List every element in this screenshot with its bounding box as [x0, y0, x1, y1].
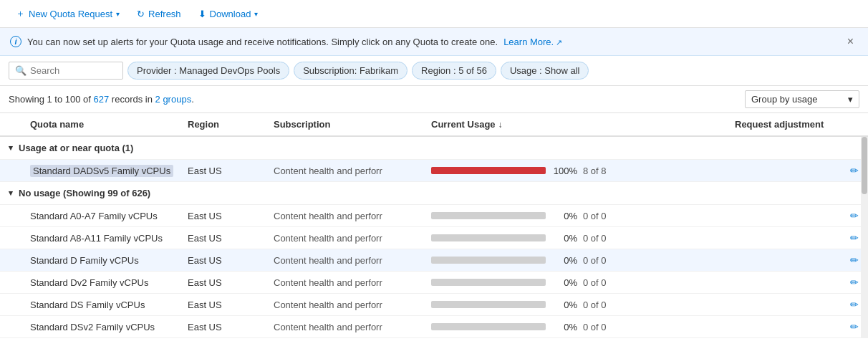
toolbar: ＋ New Quota Request ▾ ↻ Refresh ⬇ Downlo…	[0, 0, 868, 28]
usage-label: Usage : Show all	[510, 65, 580, 76]
usage-count: 0 of 0	[583, 255, 619, 266]
quota-name: Standard A0-A7 Family vCPUs	[30, 211, 158, 221]
usage-percent: 0%	[551, 255, 577, 266]
table-row[interactable]: Standard DSv2 Family vCPUs East US Conte…	[0, 316, 868, 338]
subscription-label: Subscription: Fabrikam	[303, 65, 398, 76]
col-quota-name[interactable]: Quota name	[30, 119, 188, 130]
usage-percent: 100%	[551, 166, 577, 176]
usage-bar-fill	[431, 167, 546, 174]
table-header: Quota name Region Subscription Current U…	[0, 113, 868, 137]
usage-bar-cell: 0% 0 of 0	[431, 211, 735, 221]
chevron-down-icon: ▾	[116, 10, 120, 18]
subscription-cell: Content health and perforr	[274, 211, 431, 221]
table-row[interactable]: Standard DADSv5 Family vCPUs East US Con…	[0, 160, 868, 182]
usage-percent: 0%	[551, 322, 577, 332]
region-cell: East US	[188, 233, 274, 244]
region-cell: East US	[188, 277, 274, 288]
edit-icon[interactable]: ✏	[849, 254, 859, 266]
region-cell: East US	[188, 211, 274, 221]
col-expand	[9, 119, 30, 130]
col-region[interactable]: Region	[188, 119, 274, 130]
quota-name: Standard DS Family vCPUs	[30, 300, 145, 310]
usage-count: 0 of 0	[583, 277, 619, 288]
edit-icon[interactable]: ✏	[849, 299, 859, 310]
edit-icon-cell: ✏	[849, 254, 859, 266]
new-quota-request-button[interactable]: ＋ New Quota Request ▾	[9, 4, 127, 23]
subscription-cell: Content health and perforr	[274, 322, 431, 332]
col-request-adjustment: Request adjustment	[735, 119, 849, 130]
quota-name: Standard DSv2 Family vCPUs	[30, 322, 155, 332]
quota-name: Standard A8-A11 Family vCPUs	[30, 233, 163, 244]
table-row[interactable]: Standard Dv2 Family vCPUs East US Conten…	[0, 272, 868, 294]
info-icon: i	[10, 36, 21, 47]
provider-label: Provider : Managed DevOps Pools	[137, 65, 280, 76]
table-row[interactable]: Standard A0-A7 Family vCPUs East US Cont…	[0, 205, 868, 227]
sort-icon: ↓	[498, 120, 503, 130]
records-groups: 2 groups	[155, 94, 192, 105]
usage-bar-track	[431, 212, 546, 219]
provider-filter[interactable]: Provider : Managed DevOps Pools	[127, 62, 289, 80]
edit-icon[interactable]: ✏	[849, 165, 859, 176]
table-row[interactable]: Standard DS Family vCPUs East US Content…	[0, 294, 868, 316]
edit-icon-cell: ✏	[849, 277, 859, 288]
group-collapse-icon: ▾	[9, 143, 13, 153]
refresh-button[interactable]: ↻ Refresh	[130, 6, 188, 22]
usage-percent: 0%	[551, 277, 577, 288]
alert-dismiss-button[interactable]: ×	[843, 34, 858, 49]
usage-bar-track	[431, 167, 546, 174]
usage-count: 0 of 0	[583, 322, 619, 332]
search-input[interactable]	[30, 65, 116, 76]
edit-icon[interactable]: ✏	[849, 210, 859, 221]
quota-name-highlighted: Standard DADSv5 Family vCPUs	[30, 165, 173, 177]
subscription-cell: Content health and perforr	[274, 233, 431, 244]
edit-icon[interactable]: ✏	[849, 232, 859, 244]
edit-icon-cell: ✏	[849, 210, 859, 221]
table-body: ▾ Usage at or near quota (1) Standard DA…	[0, 137, 868, 338]
region-cell: East US	[188, 322, 274, 332]
refresh-icon: ↻	[137, 9, 145, 19]
usage-bar-cell: 0% 0 of 0	[431, 322, 735, 332]
group-header-no-usage[interactable]: ▾ No usage (Showing 99 of 626)	[0, 182, 868, 205]
edit-icon-cell: ✏	[849, 321, 859, 332]
col-subscription[interactable]: Subscription	[274, 119, 431, 130]
usage-percent: 0%	[551, 233, 577, 244]
records-count: Showing 1 to 100 of 627 records in 2 gro…	[9, 94, 194, 105]
group-label: No usage (Showing 99 of 626)	[19, 188, 150, 198]
usage-bar-track	[431, 301, 546, 308]
group-dropdown[interactable]: Group by usage ▾	[745, 90, 859, 108]
subscription-cell: Content health and perforr	[274, 255, 431, 266]
edit-icon-cell: ✏	[849, 165, 859, 176]
subscription-filter[interactable]: Subscription: Fabrikam	[294, 62, 408, 80]
learn-more-link[interactable]: Learn More.	[503, 37, 562, 47]
table-row[interactable]: Standard A8-A11 Family vCPUs East US Con…	[0, 227, 868, 249]
edit-icon[interactable]: ✏	[849, 321, 859, 332]
usage-bar-track	[431, 323, 546, 330]
search-icon: 🔍	[15, 65, 26, 76]
region-filter[interactable]: Region : 5 of 56	[412, 62, 496, 80]
edit-icon-cell: ✏	[849, 299, 859, 310]
quota-name-cell: Standard Dv2 Family vCPUs	[30, 277, 188, 288]
search-box[interactable]: 🔍	[9, 62, 123, 80]
usage-filter[interactable]: Usage : Show all	[501, 62, 589, 80]
usage-count: 0 of 0	[583, 211, 619, 221]
region-cell: East US	[188, 166, 274, 176]
usage-percent: 0%	[551, 300, 577, 310]
edit-icon[interactable]: ✏	[849, 277, 859, 288]
subscription-cell: Content health and perforr	[274, 277, 431, 288]
plus-icon: ＋	[16, 7, 25, 20]
usage-count: 0 of 0	[583, 233, 619, 244]
col-scrollbar-spacer	[849, 119, 859, 130]
usage-percent: 0%	[551, 211, 577, 221]
alert-message: You can now set up alerts for your Quota…	[27, 37, 498, 47]
region-cell: East US	[188, 255, 274, 266]
col-current-usage[interactable]: Current Usage ↓	[431, 119, 735, 130]
records-bar: Showing 1 to 100 of 627 records in 2 gro…	[0, 86, 868, 113]
scrollbar-thumb[interactable]	[862, 137, 867, 194]
download-button[interactable]: ⬇ Download ▾	[191, 6, 266, 22]
scrollbar-track[interactable]	[861, 137, 868, 338]
quota-name-cell: Standard A0-A7 Family vCPUs	[30, 211, 188, 221]
table-row[interactable]: Standard D Family vCPUs East US Content …	[0, 249, 868, 272]
group-header-near-quota[interactable]: ▾ Usage at or near quota (1)	[0, 137, 868, 160]
region-cell: East US	[188, 300, 274, 310]
quota-name-cell: Standard A8-A11 Family vCPUs	[30, 233, 188, 244]
